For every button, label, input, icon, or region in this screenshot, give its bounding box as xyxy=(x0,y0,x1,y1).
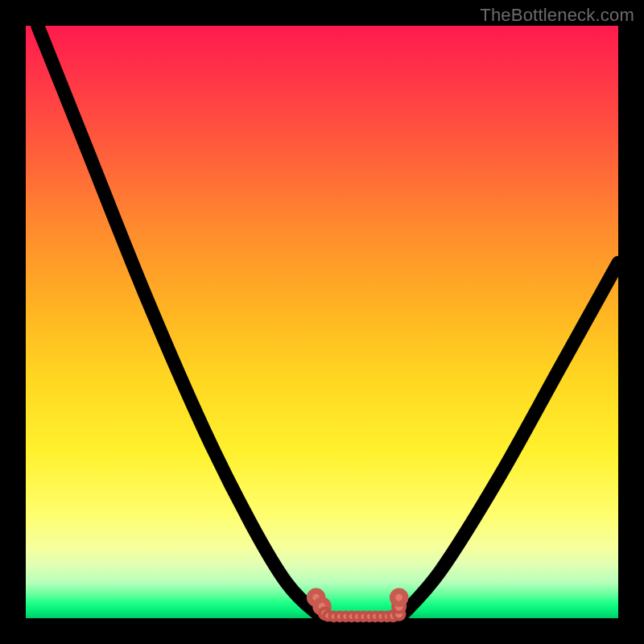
watermark-text: TheBottleneck.com xyxy=(480,5,634,26)
curve-left xyxy=(38,26,334,618)
curve-right xyxy=(399,262,618,618)
plot-area xyxy=(26,26,618,618)
bottom-marker-group xyxy=(310,591,406,621)
chart-svg xyxy=(26,26,618,618)
chart-frame: TheBottleneck.com xyxy=(0,0,644,644)
marker-dot xyxy=(393,591,406,604)
